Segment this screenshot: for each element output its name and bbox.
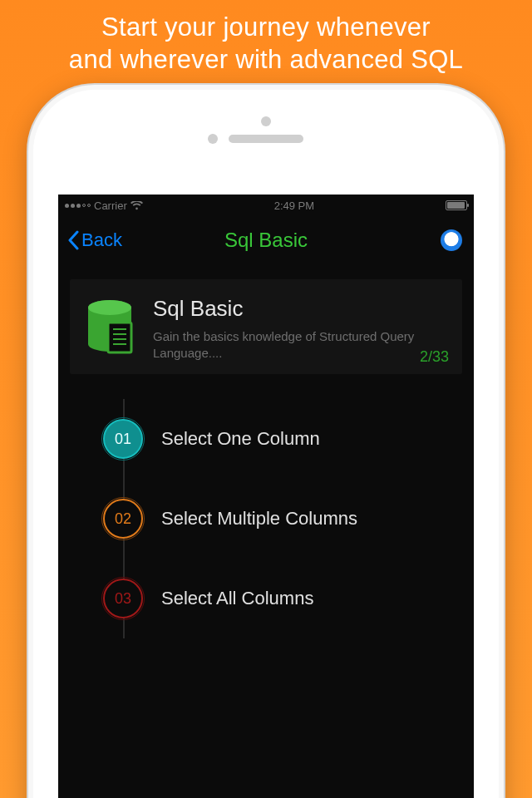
- lesson-title: Select All Columns: [161, 588, 313, 609]
- promo-headline: Start your journey whenever and wherever…: [0, 0, 532, 85]
- progress-count: 2/33: [420, 348, 449, 366]
- status-bar: Carrier 2:49 PM: [58, 195, 474, 216]
- lesson-title: Select Multiple Columns: [161, 508, 357, 530]
- phone-speaker: [229, 135, 303, 143]
- battery-icon: [446, 200, 467, 210]
- status-time: 2:49 PM: [274, 200, 314, 212]
- phone-bezel: Carrier 2:49 PM Back Sql Basic: [33, 90, 499, 798]
- lesson-number-badge: 03: [103, 579, 143, 618]
- action-button[interactable]: [441, 229, 462, 251]
- card-description: Gain the basics knowledge of Structured …: [153, 328, 447, 362]
- lesson-item[interactable]: 03 Select All Columns: [103, 559, 474, 638]
- signal-icon: [65, 204, 91, 208]
- app-screen: Carrier 2:49 PM Back Sql Basic: [58, 195, 474, 798]
- wifi-icon: [131, 201, 143, 210]
- status-right: [446, 200, 467, 210]
- lesson-timeline: 01 Select One Column 02 Select Multiple …: [103, 399, 474, 638]
- status-left: Carrier: [65, 200, 143, 212]
- phone-frame: Carrier 2:49 PM Back Sql Basic: [28, 85, 504, 798]
- lesson-title: Select One Column: [161, 428, 320, 450]
- back-button[interactable]: Back: [66, 229, 122, 251]
- chevron-left-icon: [66, 230, 80, 250]
- svg-rect-2: [108, 323, 131, 352]
- promo-line1: Start your journey whenever: [101, 12, 431, 42]
- card-body: Sql Basic Gain the basics knowledge of S…: [153, 296, 447, 362]
- promo-line2: and wherever with advanced SQL: [69, 45, 463, 74]
- lesson-item[interactable]: 02 Select Multiple Columns: [103, 479, 474, 559]
- nav-bar: Back Sql Basic: [58, 216, 474, 264]
- back-label: Back: [81, 229, 122, 251]
- course-card[interactable]: Sql Basic Gain the basics knowledge of S…: [70, 279, 462, 374]
- phone-sensor: [208, 134, 218, 144]
- lesson-number-badge: 01: [103, 419, 143, 459]
- card-title: Sql Basic: [153, 296, 447, 322]
- svg-point-1: [88, 300, 131, 315]
- carrier-label: Carrier: [94, 200, 127, 212]
- phone-camera: [261, 116, 271, 126]
- page-title: Sql Basic: [224, 229, 308, 252]
- database-icon: [85, 299, 138, 362]
- lesson-item[interactable]: 01 Select One Column: [103, 399, 474, 479]
- lesson-number-badge: 02: [103, 499, 143, 539]
